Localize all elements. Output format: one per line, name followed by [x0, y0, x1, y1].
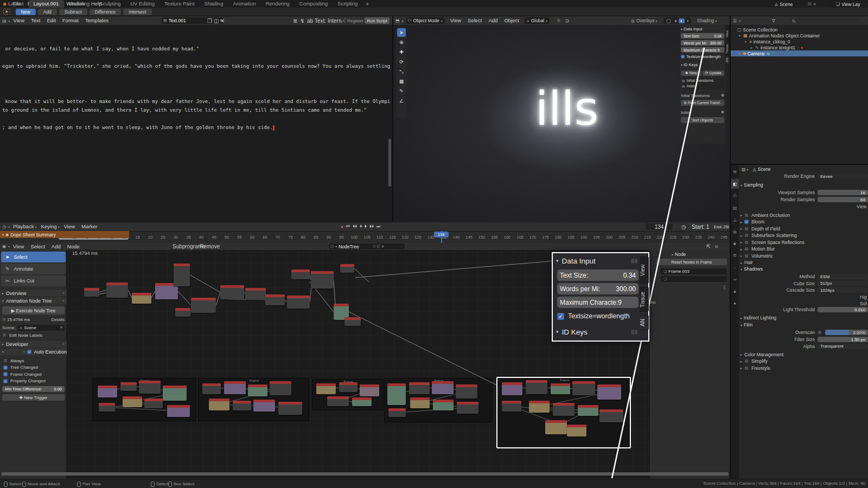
current-frame-badge[interactable]: 134: [434, 232, 449, 237]
new-trigger-button[interactable]: ✚ New Trigger: [2, 394, 65, 401]
node[interactable]: [344, 317, 361, 326]
node[interactable]: [409, 382, 430, 394]
view3d-menu-view[interactable]: View: [447, 16, 464, 25]
update-button[interactable]: ⟳ Update: [703, 70, 724, 76]
checkbox[interactable]: ✓: [557, 313, 564, 320]
outliner-row-scene-collection[interactable]: ▢Scene Collection: [731, 27, 868, 33]
data-input-field[interactable]: Maximum Characte:9: [681, 47, 724, 53]
unlink-icon[interactable]: ✕: [60, 325, 63, 330]
checkbox[interactable]: ✓: [681, 55, 685, 59]
physics-tab-icon[interactable]: ◌: [731, 262, 739, 272]
move-tool-icon[interactable]: ✚: [397, 48, 406, 56]
tool-tab-icon[interactable]: ⚒: [731, 167, 739, 177]
measure-tool-icon[interactable]: ∠: [397, 97, 406, 105]
id-keys-panel-header[interactable]: ▾ID Keys⣿⣿: [556, 327, 637, 337]
node[interactable]: [352, 397, 372, 406]
modifier-tab-icon[interactable]: ⚙: [731, 251, 739, 260]
mode-selector[interactable]: ⬭Object Mode▾: [406, 17, 445, 24]
workspace-tab-layout.001[interactable]: Layout.001: [29, 0, 64, 8]
textsize-wordlength-toggle[interactable]: ✓Textsize=wordlength: [557, 312, 639, 320]
node[interactable]: [578, 405, 598, 416]
prop-field[interactable]: 0.010: [818, 307, 868, 312]
node[interactable]: [209, 399, 229, 410]
node[interactable]: [599, 409, 623, 422]
editor-type-icon[interactable]: ▤: [0, 18, 9, 23]
line-numbers-icon[interactable]: ≣: [293, 18, 297, 24]
workspace-tab-layout[interactable]: Layout: [3, 0, 29, 8]
developer-panel-header[interactable]: ▸Developer≡: [0, 340, 67, 348]
data-input-field[interactable]: Maximum Characte:9: [557, 297, 639, 308]
prop-field[interactable]: Transparent: [818, 344, 868, 349]
checkbox[interactable]: [744, 247, 749, 251]
frame-datablock-field[interactable]: ❏Frame.003: [661, 268, 727, 274]
node[interactable]: [139, 381, 161, 394]
checkbox[interactable]: ✓: [3, 379, 8, 383]
node[interactable]: [167, 405, 190, 417]
execute-node-tree-button[interactable]: ▶ Execute Node Tree: [2, 306, 65, 314]
jump-to-end-button[interactable]: ⏭: [376, 224, 380, 229]
tool-annotate[interactable]: ✎Annotate: [1, 264, 66, 274]
editor-type-icon[interactable]: ◷: [0, 224, 8, 229]
timeline-menu-marker[interactable]: Marker: [78, 222, 101, 231]
viewport-tab-tissue[interactable]: Tissue: [725, 42, 730, 55]
node[interactable]: [120, 382, 137, 391]
open-text-icon[interactable]: ◫: [214, 18, 219, 24]
editor-type-icon[interactable]: ◉: [0, 244, 8, 249]
scene-tab-icon[interactable]: ◬: [731, 215, 739, 224]
word-wrap-icon[interactable]: ↯: [300, 18, 304, 24]
checkbox[interactable]: ✓: [3, 365, 8, 370]
node-menu-add[interactable]: Add: [48, 243, 64, 250]
prop-field[interactable]: 1.50 px: [818, 337, 868, 342]
workspace-tab-scripting[interactable]: Scripting: [333, 0, 362, 8]
boolean-mode-subtract[interactable]: Subtract: [59, 9, 87, 15]
node[interactable]: [387, 383, 406, 405]
overlays-toggle[interactable]: ◎Overlays▾: [631, 16, 658, 25]
text-menu-edit[interactable]: Edit: [43, 16, 59, 25]
text-menu-view[interactable]: View: [10, 16, 28, 25]
jump-to-start-button[interactable]: ⏮: [346, 224, 350, 229]
prev-keyframe-button[interactable]: ⏴⏴: [353, 224, 357, 229]
constraints-tab-icon[interactable]: ∞: [731, 274, 739, 284]
copies-icon[interactable]: ⎘: [808, 2, 811, 7]
pin-icon[interactable]: ⇱: [706, 243, 711, 249]
node[interactable]: [123, 396, 142, 407]
node[interactable]: [433, 400, 454, 410]
data-input-field[interactable]: Words per Mi:300.00: [681, 40, 724, 46]
auto-keying-icon[interactable]: ◷: [681, 224, 686, 230]
prop-field[interactable]: 16: [818, 190, 868, 195]
node[interactable]: [456, 384, 477, 399]
node[interactable]: [502, 401, 521, 412]
boolean-mode-add[interactable]: Add: [38, 9, 57, 15]
rendered-shading-icon[interactable]: ◑: [685, 18, 691, 23]
prop-field[interactable]: 64: [818, 197, 868, 202]
toggle-volumetric[interactable]: ▸Volumetric: [741, 253, 865, 259]
overview-panel-header[interactable]: ▸Overview≡: [0, 289, 67, 297]
node-hscrollbar[interactable]: [1, 472, 729, 476]
syntax-highlight-icon[interactable]: ab: [307, 18, 313, 24]
node[interactable]: [278, 402, 302, 415]
view3d-menu-object[interactable]: Object: [501, 16, 522, 25]
node[interactable]: [545, 420, 567, 434]
checkbox[interactable]: [744, 227, 749, 231]
checkbox[interactable]: [744, 359, 749, 363]
footer-section-simplify[interactable]: ▸Simplify: [741, 358, 865, 364]
shading-popover[interactable]: Shading▾: [697, 16, 717, 25]
material-tab-icon[interactable]: ●: [731, 298, 739, 308]
node[interactable]: [551, 383, 570, 394]
world-tab-icon[interactable]: ◍: [731, 227, 739, 236]
material-shading-icon[interactable]: ◐: [679, 18, 685, 23]
prop-field[interactable]: Eevee: [818, 174, 868, 179]
boolean-mode-difference[interactable]: Difference: [90, 9, 122, 15]
shadows-section-header[interactable]: ▾Shadows: [741, 266, 865, 272]
viewport-tab-an[interactable]: AN: [725, 56, 730, 64]
node-tree-selector[interactable]: ⬡▾NodeTree⛉⎘✕: [329, 243, 405, 249]
select-box-tool-icon[interactable]: ➤: [397, 28, 406, 37]
auto-exec-tree-changed[interactable]: ✓Tree Changed: [3, 365, 65, 370]
node[interactable]: [248, 384, 267, 396]
outliner-search-input[interactable]: [789, 18, 860, 23]
indirect-lighting-header[interactable]: ▸Indirect Lighting: [741, 315, 865, 320]
toggle-bloom[interactable]: ▸✓Bloom: [741, 219, 865, 225]
overscan-slider[interactable]: 3.00%: [825, 330, 868, 335]
auto-execution-panel-header[interactable]: ▾≡✓Auto Execution: [0, 348, 67, 355]
timeline-menu-view[interactable]: View: [61, 222, 78, 231]
